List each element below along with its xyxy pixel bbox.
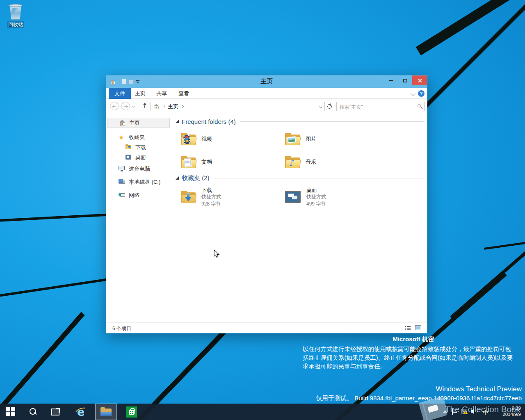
items-view: Frequent folders (4) 视频 图片 文档 ♪ 音乐	[175, 113, 427, 322]
tab-file[interactable]: 文件	[109, 88, 131, 99]
internet-explorer-icon: e	[75, 406, 86, 417]
build-watermark: Windows Technical Preview 仅用于测试。 Build 9…	[276, 385, 522, 402]
network-status-button[interactable]	[461, 409, 468, 414]
desktop-icon	[285, 191, 301, 203]
group-rule	[240, 121, 425, 122]
ribbon-collapse-icon[interactable]	[411, 91, 415, 96]
maximize-icon	[403, 79, 407, 82]
confidential-title: Microsoft 机密	[303, 336, 524, 343]
store-icon	[126, 406, 137, 418]
folder-tile-videos[interactable]: 视频	[181, 128, 277, 150]
star-icon: ★	[119, 134, 126, 140]
computer-icon	[119, 166, 126, 172]
input-method-indicator[interactable]: 中	[483, 409, 488, 416]
tab-view[interactable]: 查看	[173, 88, 195, 99]
tab-share[interactable]: 共享	[151, 88, 173, 99]
taskbar: e 中 9:39 2014/9/9	[0, 404, 525, 420]
address-bar-row: 主页 搜索"主页"	[106, 99, 427, 113]
store-button[interactable]	[121, 404, 141, 420]
breadcrumb[interactable]: 主页	[168, 103, 178, 110]
folder-tile-documents[interactable]: 文档	[181, 151, 277, 173]
build-string: 仅用于测试。 Build 9834.fbl_partner_eeap.14090…	[276, 395, 522, 402]
sidebar-item-downloads[interactable]: 下载	[107, 142, 170, 153]
sidebar-item-desktop[interactable]: 桌面	[107, 152, 170, 162]
desktop-icon	[125, 154, 132, 160]
sidebar-item-this-pc[interactable]: 这台电脑	[107, 164, 170, 174]
group-collapse-icon[interactable]	[176, 176, 179, 180]
group-header-favorites[interactable]: 收藏夹 (2)	[176, 174, 425, 182]
thumbnail-view-icon[interactable]	[415, 325, 421, 330]
tab-home[interactable]: 主页	[129, 88, 151, 99]
network-icon	[119, 192, 126, 198]
folder-tile-pictures[interactable]: 图片	[285, 128, 381, 150]
recycle-bin-icon	[9, 3, 23, 21]
edition-label: Windows Technical Preview	[276, 385, 522, 393]
item-size: 499 字节	[306, 201, 326, 208]
sidebar-item-network[interactable]: 网络	[107, 190, 170, 200]
forward-button[interactable]	[121, 102, 130, 110]
search-input[interactable]: 搜索"主页"	[336, 102, 425, 111]
taskbar-search-button[interactable]	[23, 404, 43, 420]
speaker-icon	[471, 409, 477, 414]
shortcut-tile-downloads[interactable]: 下载 快捷方式 928 字节	[181, 185, 277, 209]
up-button[interactable]	[142, 103, 147, 109]
group-collapse-icon[interactable]	[176, 120, 179, 123]
clock-time: 9:39	[502, 405, 521, 411]
breadcrumb-chevron-icon[interactable]	[162, 105, 165, 108]
title-bar[interactable]: 主页	[106, 75, 427, 88]
items-count: 6 个项目	[112, 325, 131, 332]
shortcut-tile-desktop[interactable]: 桌面 快捷方式 499 字节	[285, 185, 381, 209]
maximize-button[interactable]	[398, 75, 412, 85]
recent-locations-icon[interactable]	[132, 105, 135, 108]
address-dropdown-icon[interactable]	[319, 105, 322, 108]
volume-button[interactable]	[471, 409, 477, 414]
task-view-button[interactable]	[46, 404, 66, 420]
sidebar-item-local-disk-c[interactable]: 本地磁盘 (C:)	[107, 177, 170, 187]
home-icon	[154, 104, 160, 109]
action-center-button[interactable]	[452, 409, 457, 415]
task-view-icon	[51, 408, 60, 415]
show-hidden-icons-button[interactable]	[443, 410, 447, 413]
item-type: 快捷方式	[201, 194, 221, 201]
taskbar-clock[interactable]: 9:39 2014/9/9	[502, 405, 521, 418]
sidebar-item-home[interactable]: 主页	[107, 118, 170, 128]
window-title: 主页	[106, 75, 427, 88]
file-explorer-button[interactable]	[95, 404, 117, 420]
breadcrumb-chevron-icon[interactable]	[181, 105, 184, 108]
forward-icon	[124, 105, 128, 108]
search-icon[interactable]	[418, 104, 421, 107]
minimize-icon	[389, 80, 393, 81]
file-explorer-icon	[100, 407, 112, 416]
search-placeholder: 搜索"主页"	[340, 104, 363, 111]
download-folder-icon	[125, 144, 132, 151]
wallpaper-beam	[416, 0, 525, 55]
search-icon	[28, 407, 37, 416]
videos-folder-icon	[181, 133, 196, 145]
drive-icon	[119, 179, 126, 185]
recycle-bin[interactable]: 回收站	[4, 3, 27, 28]
help-icon[interactable]	[418, 90, 425, 97]
sidebar-item-favorites[interactable]: ★ 收藏夹	[107, 132, 170, 142]
back-icon	[112, 105, 116, 108]
close-icon	[418, 78, 422, 83]
address-bar[interactable]: 主页	[151, 102, 325, 111]
group-header-frequent-folders[interactable]: Frequent folders (4)	[176, 117, 425, 126]
internet-explorer-button[interactable]: e	[71, 404, 90, 420]
details-view-icon[interactable]	[405, 326, 411, 331]
close-button[interactable]	[412, 75, 427, 85]
minimize-button[interactable]	[384, 75, 398, 85]
start-button[interactable]	[1, 404, 21, 420]
chevron-up-icon	[443, 410, 447, 413]
item-type: 快捷方式	[306, 194, 326, 201]
refresh-icon	[326, 103, 333, 110]
item-size: 928 字节	[201, 201, 221, 208]
warning-icon	[463, 410, 468, 414]
status-bar: 6 个项目	[106, 322, 427, 333]
clock-date: 2014/9/9	[502, 411, 521, 418]
back-button[interactable]	[110, 102, 119, 110]
flag-icon	[452, 409, 457, 415]
confidential-watermark: Microsoft 机密 以任何方式进行未经授权的使用或披露可能会招致惩戒处分，…	[303, 336, 524, 371]
refresh-button[interactable]	[325, 102, 335, 111]
download-folder-icon	[181, 191, 196, 203]
folder-tile-music[interactable]: ♪ 音乐	[285, 151, 381, 173]
